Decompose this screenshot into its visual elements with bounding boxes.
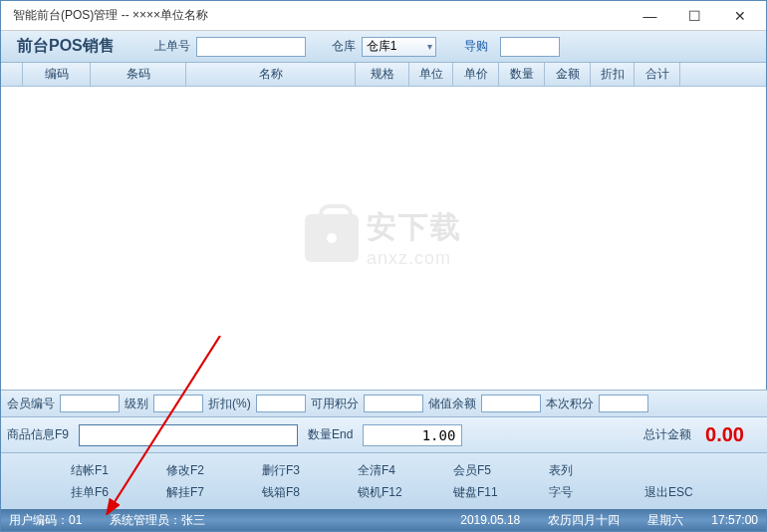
column-header[interactable]: 单价 (453, 63, 499, 86)
close-button[interactable]: ✕ (717, 2, 762, 30)
column-header[interactable]: 数量 (499, 63, 545, 86)
status-weekday: 星期六 (647, 512, 683, 529)
product-info-input[interactable] (79, 424, 298, 446)
grid-body: 安下载 anxz.com (1, 87, 766, 390)
window-title: 智能前台(POS)管理 -- ××××单位名称 (5, 7, 628, 24)
level-label: 级别 (125, 396, 148, 412)
warehouse-label: 仓库 (332, 38, 356, 55)
prev-order-input[interactable] (196, 37, 306, 57)
fn-button[interactable]: 挂单F6 (71, 484, 125, 501)
prev-order-label: 上单号 (154, 38, 190, 55)
watermark: 安下载 anxz.com (305, 207, 462, 269)
pos-title: 前台POS销售 (9, 36, 123, 57)
minimize-button[interactable]: — (628, 2, 672, 30)
level-input[interactable] (153, 395, 203, 412)
column-header[interactable]: 规格 (356, 63, 409, 86)
warehouse-value: 仓库1 (367, 38, 397, 55)
grid-header: 编码条码名称规格单位单价数量金额折扣合计 (1, 63, 766, 87)
lock-icon (305, 214, 359, 262)
fn-button[interactable]: 钱箱F8 (262, 484, 316, 501)
column-header[interactable]: 折扣 (591, 63, 635, 86)
fn-button[interactable]: 结帐F1 (71, 462, 125, 479)
status-user-code: 用户编码：01 (9, 512, 82, 529)
column-header[interactable]: 条码 (91, 63, 186, 86)
stored-balance-input[interactable] (481, 395, 541, 412)
fn-button[interactable]: 解挂F7 (166, 484, 220, 501)
qty-label: 数量End (308, 426, 353, 443)
usable-points-label: 可用积分 (311, 396, 359, 412)
fn-button[interactable]: 锁机F12 (358, 484, 411, 501)
import-button[interactable]: 导购 (458, 38, 494, 55)
total-label: 总计金额 (643, 426, 691, 443)
column-header[interactable]: 编码 (23, 63, 91, 86)
chevron-down-icon: ▾ (427, 41, 435, 52)
status-lunar: 农历四月十四 (548, 512, 620, 529)
titlebar: 智能前台(POS)管理 -- ××××单位名称 — ☐ ✕ (1, 1, 766, 31)
function-keys: 结帐F1修改F2删行F3全清F4会员F5表列 挂单F6解挂F7钱箱F8锁机F12… (1, 453, 767, 509)
toolbar: 前台POS销售 上单号 仓库 仓库1 ▾ 导购 (1, 31, 766, 63)
column-header[interactable]: 金额 (545, 63, 591, 86)
fn-button[interactable]: 修改F2 (166, 462, 220, 479)
product-info-label: 商品信息F9 (7, 426, 69, 443)
column-header[interactable]: 名称 (186, 63, 356, 86)
discount-input[interactable] (256, 395, 306, 412)
maximize-button[interactable]: ☐ (672, 2, 717, 30)
total-amount: 0.00 (701, 423, 744, 446)
member-no-input[interactable] (60, 395, 120, 412)
discount-label: 折扣(%) (208, 396, 251, 412)
stored-balance-label: 储值余额 (428, 396, 476, 412)
column-header[interactable]: 单位 (409, 63, 453, 86)
status-time: 17:57:00 (711, 513, 758, 527)
usable-points-input[interactable] (364, 395, 423, 412)
qty-input[interactable]: 1.00 (363, 424, 462, 446)
product-row: 商品信息F9 数量End 1.00 总计金额 0.00 (1, 417, 767, 453)
column-header[interactable]: 合计 (635, 63, 680, 86)
fn-button[interactable]: 键盘F11 (453, 484, 507, 501)
member-row: 会员编号 级别 折扣(%) 可用积分 储值余额 本次积分 (1, 390, 767, 417)
this-points-input[interactable] (599, 395, 648, 412)
warehouse-select[interactable]: 仓库1 ▾ (362, 37, 436, 57)
fn-button[interactable]: 会员F5 (453, 462, 507, 479)
fn-button[interactable]: 全清F4 (358, 462, 411, 479)
import-input[interactable] (500, 37, 560, 57)
fn-button[interactable]: 字号 (549, 484, 603, 501)
fn-button[interactable]: 删行F3 (262, 462, 316, 479)
this-points-label: 本次积分 (546, 396, 594, 412)
statusbar: 用户编码：01 系统管理员：张三 2019.05.18 农历四月十四 星期六 1… (1, 509, 766, 531)
column-header[interactable] (1, 63, 23, 86)
fn-button[interactable]: 表列 (549, 462, 603, 479)
status-date: 2019.05.18 (460, 513, 520, 527)
fn-button[interactable]: 退出ESC (644, 484, 698, 501)
member-no-label: 会员编号 (7, 396, 55, 412)
status-admin: 系统管理员：张三 (110, 512, 205, 529)
